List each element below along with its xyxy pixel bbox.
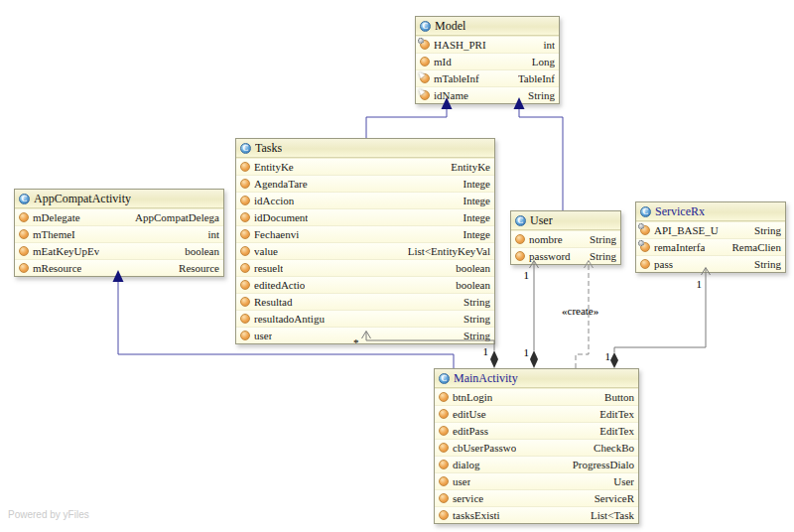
field-marked-icon bbox=[420, 90, 430, 100]
field-icon bbox=[240, 212, 250, 222]
field-icon bbox=[240, 297, 250, 307]
field-type: Intege bbox=[463, 211, 490, 223]
field-row: resultadoAntigu String bbox=[236, 310, 494, 327]
field-row: mResource Resource bbox=[15, 259, 223, 276]
dependency-edge-line bbox=[576, 261, 589, 368]
field-row: resuelt boolean bbox=[236, 259, 494, 276]
field-type: EntityKe bbox=[451, 161, 490, 173]
field-row: mEatKeyUpEv boolean bbox=[15, 242, 223, 259]
field-row: service ServiceR bbox=[435, 489, 638, 506]
field-type: Long bbox=[532, 56, 555, 67]
field-row: idName String bbox=[416, 86, 559, 103]
field-name: HASH_PRI bbox=[434, 39, 486, 51]
field-row: editedActio boolean bbox=[236, 276, 494, 293]
class-node-tasks[interactable]: C Tasks EntityKe EntityKe AgendaTare Int… bbox=[235, 138, 495, 344]
field-row: API_BASE_U String bbox=[636, 221, 785, 238]
field-row: mDelegate AppCompatDelega bbox=[15, 208, 223, 225]
field-icon bbox=[439, 510, 449, 520]
field-icon bbox=[515, 251, 525, 261]
field-row: idAccion Intege bbox=[236, 192, 494, 208]
field-name: remaInterfa bbox=[654, 241, 705, 253]
field-icon bbox=[439, 493, 449, 503]
field-row: value List<EntityKeyVal bbox=[236, 242, 494, 259]
class-header: C AppCompatActivity bbox=[15, 190, 223, 208]
field-icon bbox=[515, 234, 525, 244]
field-type: String bbox=[463, 313, 490, 325]
multiplicity-label: 1 bbox=[697, 278, 703, 290]
class-icon: C bbox=[439, 373, 450, 384]
field-icon bbox=[439, 426, 449, 436]
class-node-servicerx[interactable]: C ServiceRx API_BASE_U String remaInterf… bbox=[635, 201, 786, 273]
field-row: user String bbox=[236, 327, 494, 343]
field-icon bbox=[19, 212, 29, 222]
field-type: Intege bbox=[463, 228, 490, 240]
field-name: idName bbox=[434, 89, 468, 101]
class-icon: C bbox=[19, 194, 30, 204]
field-icon bbox=[240, 314, 250, 324]
field-name: user bbox=[453, 475, 470, 487]
aggregation-diamond bbox=[610, 352, 618, 368]
class-node-appcompatactivity[interactable]: C AppCompatActivity mDelegate AppCompatD… bbox=[14, 189, 224, 277]
field-name: btnLogin bbox=[453, 391, 492, 403]
field-type: Button bbox=[604, 391, 634, 403]
class-node-mainactivity[interactable]: C MainActivity btnLogin Button editUse E… bbox=[434, 368, 639, 524]
field-type: String bbox=[590, 250, 616, 262]
class-node-model[interactable]: C Model HASH_PRI int mId Long mTableInf … bbox=[415, 16, 560, 104]
field-icon bbox=[240, 246, 250, 256]
aggregation-diamond bbox=[530, 350, 538, 368]
multiplicity-label: 1 bbox=[605, 350, 611, 362]
multiplicity-label: 1 bbox=[524, 269, 530, 281]
edge-mainactivity-user-create-dependency: «create» bbox=[562, 261, 598, 369]
field-name: value bbox=[254, 245, 278, 257]
field-row: mThemeI int bbox=[15, 225, 223, 242]
field-row: btnLogin Button bbox=[435, 388, 638, 405]
edge-mainactivity-servicerx-aggregation: 1 1 bbox=[605, 268, 711, 369]
field-row: remaInterfa RemaClien bbox=[636, 238, 785, 255]
aggregation-diamond bbox=[490, 350, 498, 368]
class-title: AppCompatActivity bbox=[34, 192, 131, 206]
field-name: service bbox=[453, 492, 483, 504]
field-name: dialog bbox=[453, 459, 480, 470]
field-icon bbox=[19, 246, 29, 256]
field-name: mResource bbox=[33, 262, 81, 274]
field-type: Resource bbox=[179, 262, 219, 274]
field-icon bbox=[439, 409, 449, 419]
field-type: List<Task bbox=[591, 509, 634, 521]
field-name: Fechaenvi bbox=[254, 228, 299, 240]
field-row: user User bbox=[435, 472, 638, 489]
field-type: int bbox=[207, 228, 219, 240]
field-row: pass String bbox=[636, 255, 785, 272]
field-name: API_BASE_U bbox=[654, 224, 719, 236]
class-header: C Model bbox=[416, 17, 559, 36]
field-type: boolean bbox=[456, 279, 490, 291]
class-icon: C bbox=[515, 215, 526, 226]
class-node-user[interactable]: C User nombre String password String bbox=[510, 210, 621, 265]
field-icon bbox=[439, 443, 449, 453]
field-type: EditTex bbox=[599, 425, 634, 437]
field-name: nombre bbox=[529, 233, 563, 245]
field-type: String bbox=[463, 330, 490, 341]
field-row: mTableInf TableInf bbox=[416, 69, 559, 86]
field-name: Resultad bbox=[254, 296, 293, 308]
field-row: dialog ProgressDialo bbox=[435, 456, 638, 472]
field-icon bbox=[240, 179, 250, 189]
field-icon bbox=[439, 476, 449, 486]
yfiles-watermark: Powered by yFiles bbox=[8, 509, 89, 520]
field-icon bbox=[439, 392, 449, 402]
field-type: boolean bbox=[185, 245, 219, 257]
class-title: MainActivity bbox=[454, 371, 518, 386]
field-row: nombre String bbox=[511, 230, 620, 247]
inheritance-edge-line bbox=[366, 109, 447, 138]
field-type: int bbox=[543, 39, 555, 51]
class-title: ServiceRx bbox=[655, 204, 705, 219]
class-icon: C bbox=[240, 143, 251, 154]
field-name: idAccion bbox=[254, 195, 294, 206]
field-row: cbUserPasswo CheckBo bbox=[435, 439, 638, 456]
stereotype-label: «create» bbox=[562, 305, 598, 317]
field-name: AgendaTare bbox=[254, 178, 308, 190]
field-name: cbUserPasswo bbox=[453, 442, 516, 454]
field-type: ProgressDialo bbox=[573, 459, 634, 470]
field-type: String bbox=[754, 224, 781, 236]
field-static-icon bbox=[640, 242, 650, 252]
field-row: tasksExisti List<Task bbox=[435, 506, 638, 523]
